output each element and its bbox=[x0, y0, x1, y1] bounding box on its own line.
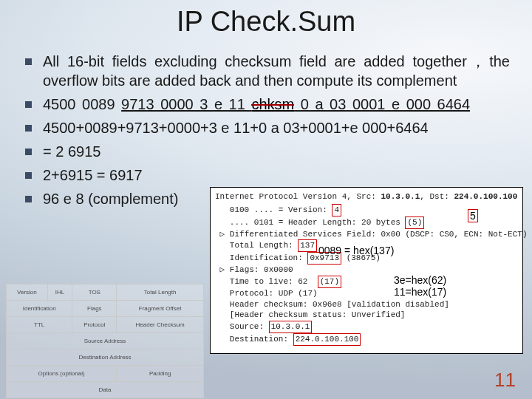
ws-hdr-mid: , Dst: bbox=[420, 192, 454, 201]
box-ttl: (17) bbox=[318, 276, 341, 288]
hex-chksm: chksm bbox=[251, 96, 294, 112]
table-row: TTLProtocolHeader Checksum bbox=[7, 317, 204, 333]
bullet-eq1: = 2 6915 bbox=[25, 142, 510, 161]
callout-3e: 3e=hex(62) bbox=[394, 274, 446, 286]
box-ihl: (5) bbox=[405, 216, 424, 229]
ws-src: Source: 10.3.0.1 bbox=[215, 321, 518, 333]
slide: IP Check.Sum All 16-bit fields excluding… bbox=[0, 0, 532, 399]
ws-ttl: Time to live: 62 (17) bbox=[215, 276, 518, 288]
ws-chksum: Header checksum: 0x96e8 [validation disa… bbox=[215, 299, 518, 310]
ws-hdr-pre: Internet Protocol Version 4, Src: bbox=[215, 192, 381, 201]
hex-a: 4500 0089 bbox=[43, 96, 121, 112]
ws-dsf: ▷ Differentiated Services Field: 0x00 (D… bbox=[215, 229, 518, 240]
bullet-intro: All 16-bit fields excluding checksum fie… bbox=[25, 52, 510, 90]
table-row: Source Address bbox=[7, 333, 204, 349]
table-row: Destination Address bbox=[7, 349, 204, 366]
table-row: Options (optional)Padding bbox=[7, 366, 204, 382]
hex-d: 0 a 03 0001 bbox=[294, 96, 392, 112]
ws-flags: ▷ Flags: 0x0000 bbox=[215, 265, 518, 276]
ws-hdr-src: 10.3.0.1 bbox=[381, 192, 420, 201]
box-version: 4 bbox=[332, 204, 341, 216]
bullet-eq2: 2+6915 = 6917 bbox=[25, 166, 510, 185]
callout-11: 11=hex(17) bbox=[394, 286, 446, 298]
table-row: Data bbox=[7, 382, 204, 398]
ip-header-table: VersionIHLTOSTotal Length Identification… bbox=[6, 284, 204, 398]
hex-b: 9713 0000 3 e 11 bbox=[121, 96, 251, 112]
table-row: IdentificationFlagsFragment Offset bbox=[7, 301, 204, 317]
ws-chkstat: [Header checksum status: Unverified] bbox=[215, 310, 518, 321]
callout-0089: 0089 = hex(137) bbox=[318, 245, 394, 256]
ws-hdr-dst: 224.0.100.100 bbox=[454, 192, 517, 201]
bullet-hex: 4500 0089 9713 0000 3 e 11 chksm 0 a 03 … bbox=[25, 95, 510, 114]
box-totlen: 137 bbox=[298, 239, 317, 252]
ws-dst: Destination: 224.0.100.100 bbox=[215, 333, 518, 346]
table-row: VersionIHLTOSTotal Length bbox=[7, 284, 204, 301]
page-number: 11 bbox=[494, 369, 516, 392]
ws-header: Internet Protocol Version 4, Src: 10.3.0… bbox=[215, 191, 518, 202]
callout-5: 5 bbox=[468, 209, 478, 222]
box-src: 10.3.0.1 bbox=[269, 321, 313, 333]
bullet-sum: 4500+0089+9713+0000+3 e 11+0 a 03+0001+e… bbox=[25, 118, 510, 137]
ws-proto: Protocol: UDP (17) bbox=[215, 288, 518, 299]
page-title: IP Check.Sum bbox=[0, 6, 532, 38]
hex-e: e 000 6464 bbox=[392, 96, 470, 112]
box-dst: 224.0.100.100 bbox=[293, 333, 361, 346]
